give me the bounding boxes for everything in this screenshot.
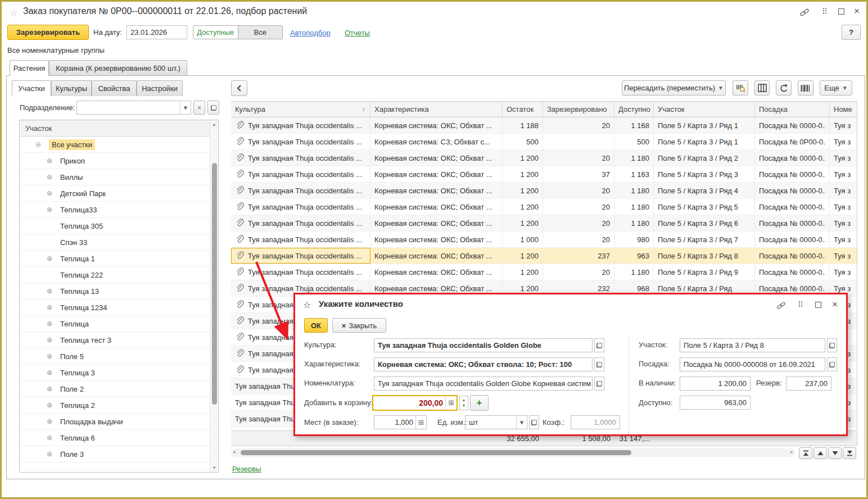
scroll-to-bottom-button[interactable] — [843, 447, 856, 459]
reserve-button[interactable]: Зарезервировать — [7, 25, 89, 40]
column-header-available[interactable]: Доступно — [614, 102, 654, 117]
close-icon[interactable]: × — [832, 300, 838, 309]
tree-item[interactable]: ⊕Теплица 13 — [20, 283, 218, 300]
division-input[interactable]: ▾ — [76, 101, 191, 115]
expand-icon[interactable]: ⊕ — [46, 206, 53, 214]
expand-icon[interactable]: ⊕ — [46, 369, 53, 376]
unit-select[interactable]: шт ▾ — [465, 415, 527, 429]
tree-column-header[interactable]: Участок — [20, 120, 218, 137]
table-row[interactable]: Туя западная Thuja occidentalis ...Корне… — [231, 117, 857, 134]
table-row[interactable]: Туя западная Thuja occidentalis ...Корне… — [231, 166, 857, 183]
culture-open-button[interactable] — [594, 338, 604, 352]
expand-icon[interactable]: ⊕ — [46, 434, 53, 442]
tree-item[interactable]: ⊕Теплица — [20, 316, 218, 332]
column-header-reserved[interactable]: Зарезервировано — [543, 102, 614, 117]
columns-settings-button[interactable] — [754, 80, 770, 96]
chevron-down-icon[interactable]: ▾ — [180, 101, 191, 114]
filter-all-option[interactable]: Все — [238, 26, 283, 39]
refresh-button[interactable] — [776, 80, 792, 96]
table-row[interactable]: Туя западная Thuja occidentalis ...Корне… — [231, 248, 857, 264]
planting-open-button[interactable] — [827, 357, 837, 371]
scroll-to-top-button[interactable] — [799, 447, 812, 459]
expand-icon[interactable]: ⊕ — [46, 287, 53, 295]
characteristic-field[interactable]: Корневая система: ОКС; Обхват ствола: 10… — [374, 357, 593, 371]
quantity-stepper[interactable]: ▲▼ — [459, 396, 468, 410]
maximize-icon[interactable] — [815, 302, 821, 308]
chevron-down-icon[interactable]: ▾ — [516, 416, 527, 429]
tree-item[interactable]: ⊕Прикоп — [20, 153, 218, 169]
tree-item[interactable]: ⊕Теплица 6 — [20, 430, 218, 446]
quantity-input[interactable]: 200,00 — [373, 396, 445, 410]
tree-item[interactable]: ⊕Поле 5 — [20, 348, 218, 365]
tree-item[interactable]: ⊖Все участки — [20, 137, 218, 153]
unit-open-button[interactable] — [529, 415, 539, 429]
table-row[interactable]: Туя западная Thuja occidentalis ...Корне… — [231, 183, 857, 199]
tree-item[interactable]: ⊕Теплица33 — [20, 202, 218, 218]
expand-icon[interactable]: ⊕ — [46, 303, 53, 311]
tree-item[interactable]: ⊕Поле 2 — [20, 381, 218, 397]
culture-field[interactable]: Туя западная Thuja occidentalis Golden G… — [374, 338, 593, 352]
characteristic-open-button[interactable] — [594, 357, 604, 371]
tree-item[interactable]: ⊕Детский Парк — [20, 185, 218, 202]
back-button[interactable] — [231, 80, 247, 96]
column-header-area[interactable]: Участок — [654, 102, 755, 117]
area-field[interactable]: Поле 5 / Карта 3 / Ряд 8 — [680, 338, 825, 352]
tab-properties[interactable]: Свойства — [92, 80, 137, 96]
tree-item[interactable]: Теплица 305 — [20, 218, 218, 234]
reports-link[interactable]: Отчеты — [345, 29, 370, 37]
division-open-button[interactable] — [207, 101, 219, 115]
table-row[interactable]: Туя западная Thuja occidentalis ...Корне… — [231, 215, 857, 232]
more-menu-icon[interactable] — [823, 8, 826, 13]
expand-icon[interactable]: ⊕ — [46, 173, 53, 181]
expand-icon[interactable]: ⊕ — [46, 450, 53, 458]
close-icon[interactable]: × — [854, 6, 860, 16]
expand-icon[interactable]: ⊕ — [46, 189, 53, 197]
tree-item[interactable]: ⊕Виллы — [20, 169, 218, 185]
tab-settings[interactable]: Настройки — [137, 80, 183, 96]
scroll-up-icon[interactable]: ▲ — [210, 122, 218, 127]
tree-item[interactable]: Теплица 222 — [20, 267, 218, 283]
scroll-right-icon[interactable]: ▸ — [790, 449, 793, 455]
expand-icon[interactable]: ⊕ — [46, 320, 53, 328]
table-horizontal-scrollbar[interactable]: ◂ ▸ — [231, 448, 795, 457]
calculator-icon[interactable]: ⊞ — [415, 416, 426, 429]
expand-icon[interactable]: ⊕ — [46, 385, 53, 393]
tree-item[interactable]: ⊕Теплица 1234 — [20, 300, 218, 316]
area-open-button[interactable] — [827, 338, 837, 352]
scroll-down-icon[interactable]: ▼ — [210, 465, 218, 470]
table-row[interactable]: Туя западная Thuja occidentalis ...Корне… — [231, 199, 857, 215]
reserves-link[interactable]: Резервы — [232, 465, 261, 473]
tree-item[interactable]: ⊕Теплица тест 3 — [20, 332, 218, 348]
link-icon[interactable] — [799, 7, 810, 19]
table-row[interactable]: Туя западная Thuja occidentalis ...Корне… — [231, 232, 857, 248]
tab-cultures[interactable]: Культуры — [51, 80, 92, 96]
collapse-icon[interactable]: ⊖ — [34, 140, 42, 148]
favorite-star-icon[interactable]: ☆ — [303, 300, 311, 310]
autoselect-link[interactable]: Автоподбор — [290, 29, 331, 37]
expand-icon[interactable]: ⊕ — [46, 255, 53, 262]
scroll-left-icon[interactable]: ◂ — [233, 449, 236, 455]
barcode-scan-button[interactable] — [733, 80, 748, 96]
more-button[interactable]: Еще ▼ — [820, 80, 852, 96]
division-clear-button[interactable]: × — [193, 101, 205, 115]
tab-areas[interactable]: Участки — [12, 80, 51, 96]
tree-item[interactable]: ⊕Теплица 1 — [20, 251, 218, 267]
tab-cart[interactable]: Корзина (К резервированию 500 шт.) — [49, 60, 187, 76]
column-header-nomenclature[interactable]: Номе — [830, 102, 857, 117]
tree-item[interactable]: ⊕Поле 3 — [20, 446, 218, 462]
more-menu-icon[interactable] — [799, 301, 802, 307]
table-row[interactable]: Туя западная Thuja occidentalis ...Корне… — [231, 264, 857, 280]
tree-scrollbar[interactable]: ▲ ▼ — [210, 120, 218, 472]
scroll-down-button[interactable] — [828, 447, 842, 459]
add-button[interactable]: + — [470, 395, 489, 411]
nomenclature-field[interactable]: Туя западная Thuja occidentalis Golden G… — [374, 376, 593, 391]
expand-icon[interactable]: ⊕ — [46, 401, 53, 409]
date-input[interactable]: 23.01.2026 — [126, 25, 187, 39]
calculator-icon[interactable]: ⊞ — [445, 396, 456, 410]
filter-available-option[interactable]: Доступные — [193, 26, 238, 39]
link-icon[interactable] — [776, 301, 786, 312]
tree-item[interactable]: ⊕Теплица 2 — [20, 397, 218, 414]
planting-field[interactable]: Посадка № 0000-000008 от 16.09.2021 — [680, 357, 825, 371]
column-header-culture[interactable]: Культура↑ — [231, 102, 370, 117]
help-button[interactable]: ? — [842, 25, 861, 40]
